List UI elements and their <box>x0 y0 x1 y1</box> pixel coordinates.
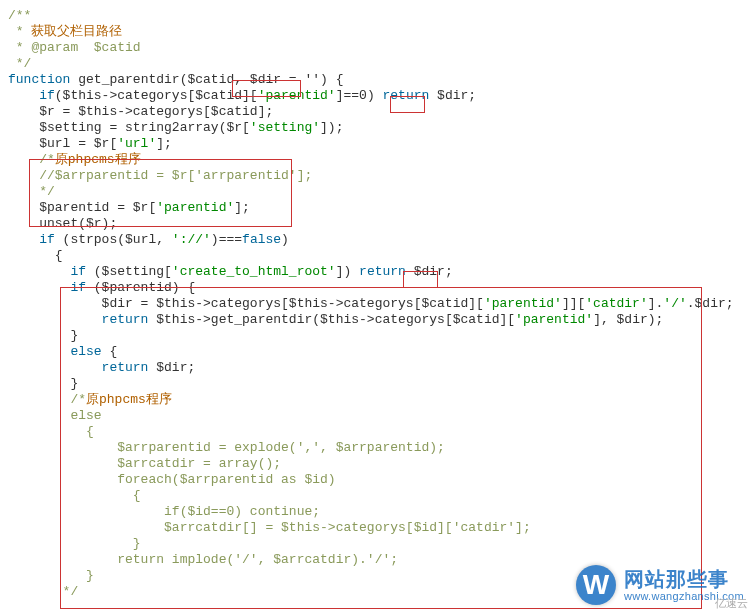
comment-line: } <box>8 536 141 551</box>
comment-line: //$arrparentid = $r['arrparentid']; <box>8 168 312 183</box>
code-line: return $this->get_parentdir($this->categ… <box>8 312 663 327</box>
comment-line: */ <box>8 184 55 199</box>
comment-line: /*原phpcms程序 <box>8 392 172 407</box>
code-line: return $dir; <box>8 360 195 375</box>
comment-line: foreach($arrparentid as $id) <box>8 472 336 487</box>
watermark-cn: 网站那些事 <box>624 568 744 590</box>
code-line: $r = $this->categorys[$catid]; <box>8 104 273 119</box>
comment-line: * @param $catid <box>8 40 141 55</box>
code-line: function get_parentdir($catid, $dir = ''… <box>8 72 343 87</box>
comment-line: { <box>8 488 141 503</box>
code-line: if($this->categorys[$catid]['parentid']=… <box>8 88 476 103</box>
comment-line: else <box>8 408 102 423</box>
comment-line: $arrcatdir = array(); <box>8 456 281 471</box>
watermark-badge-letter: W <box>583 577 609 593</box>
code-line: if (strpos($url, '://')===false) <box>8 232 289 247</box>
corner-credit: 亿速云 <box>715 595 748 611</box>
code-line: } <box>8 376 78 391</box>
code-line: $parentid = $r['parentid']; <box>8 200 250 215</box>
watermark-badge-icon: W <box>576 565 616 605</box>
comment-line: */ <box>8 56 31 71</box>
comment-line: * 获取父栏目路径 <box>8 24 122 39</box>
code-line: else { <box>8 344 117 359</box>
code-line: } <box>8 328 78 343</box>
code-line: unset($r); <box>8 216 117 231</box>
code-line: $url = $r['url']; <box>8 136 172 151</box>
comment-line: { <box>8 424 94 439</box>
comment-line: } <box>8 568 94 583</box>
comment-line: if($id==0) continue; <box>8 504 320 519</box>
comment-line: /*原phpcms程序 <box>8 152 141 167</box>
comment-line: $arrcatdir[] = $this->categorys[$id]['ca… <box>8 520 531 535</box>
comment-line: return implode('/', $arrcatdir).'/'; <box>8 552 398 567</box>
comment-line: /** <box>8 8 31 23</box>
code-line: $setting = string2array($r['setting']); <box>8 120 343 135</box>
code-line: if ($parentid) { <box>8 280 195 295</box>
code-line: $dir = $this->categorys[$this->categorys… <box>8 296 734 311</box>
code-line: { <box>8 248 63 263</box>
comment-line: */ <box>8 584 78 599</box>
comment-line: $arrparentid = explode(',', $arrparentid… <box>8 440 445 455</box>
code-line: if ($setting['create_to_html_root']) ret… <box>8 264 453 279</box>
code-block: /** * 获取父栏目路径 * @param $catid */ functio… <box>8 8 746 600</box>
